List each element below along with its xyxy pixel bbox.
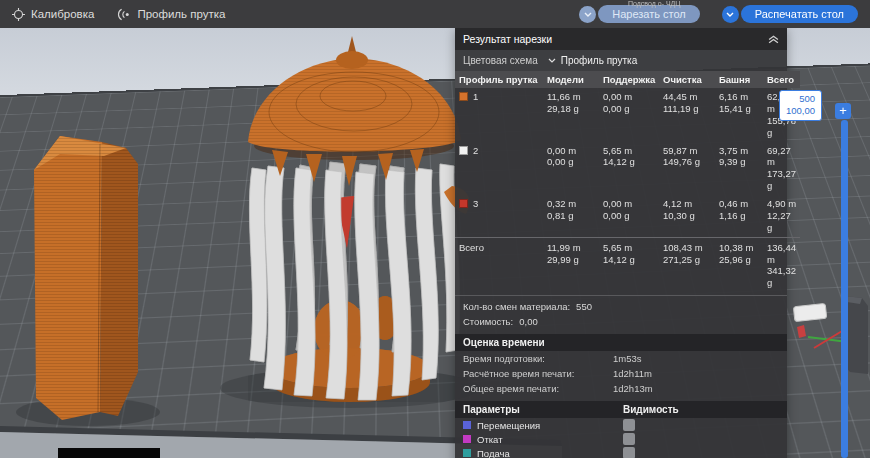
visibility-checkbox[interactable] (623, 419, 635, 431)
cell-tower: 0,46 m 1,16 g (715, 195, 763, 237)
params-label: Параметры (463, 404, 623, 415)
cell-flush: 4,12 m 10,30 g (659, 195, 715, 237)
slice-dropdown-button[interactable] (579, 6, 596, 23)
cell-total: 4,90 m 12,27 g (763, 195, 800, 237)
model-orange-tower[interactable] (34, 136, 138, 420)
column-header-flush: Очистка (659, 71, 715, 88)
origin-marker (797, 325, 806, 338)
filament-number: 2 (473, 145, 478, 157)
time-value: 1d2h13m (613, 383, 653, 394)
cost-value: 0,00 (519, 316, 538, 327)
cell-models: 11,66 m 29,18 g (543, 88, 599, 142)
total-row: Всего 11,99 m 29,99 g 5,65 m 14,12 g 108… (455, 237, 787, 293)
cell-flush: 59,87 m 149,76 g (659, 142, 715, 196)
legend-label: Откат (477, 434, 503, 445)
legend-label: Перемещения (477, 420, 540, 431)
layer-height: 100,00 (786, 105, 815, 117)
chevron-down-icon (726, 12, 734, 17)
filament-row-label: 2 (455, 142, 543, 196)
params-header: Параметры Видимость (455, 401, 787, 418)
visibility-label: Видимость (623, 404, 679, 415)
cost-row: Стоимость: 0,00 (455, 314, 787, 329)
filament-swatch (459, 92, 468, 101)
spool-icon (116, 8, 131, 21)
time-row-prepare: Время подготовки: 1m53s (455, 351, 787, 366)
total-label: Всего (455, 237, 543, 293)
material-changes-row: Кол-во смен материала: 550 (455, 295, 787, 314)
time-row-estimated: Расчётное время печати: 1d2h11m (455, 366, 787, 381)
layer-slider-track[interactable] (841, 120, 848, 458)
visibility-checkbox[interactable] (623, 433, 635, 445)
filament-number: 1 (473, 91, 478, 103)
time-label: Время подготовки: (463, 353, 613, 364)
column-header-tower: Башня (715, 71, 763, 88)
legend-row-travel: Перемещения (455, 418, 787, 432)
cell-flush: 44,45 m 111,19 g (659, 88, 715, 142)
time-value: 1d2h11m (613, 368, 652, 379)
visibility-checkbox[interactable] (623, 447, 635, 458)
material-changes-value: 550 (576, 301, 592, 312)
time-section-header: Оценка времени (455, 334, 787, 351)
panel-title: Результат нарезки (463, 33, 768, 45)
cell-tower: 3,75 m 9,39 g (715, 142, 763, 196)
filament-row-label: 3 (455, 195, 543, 237)
column-header-models: Модели (543, 71, 599, 88)
cost-label: Стоимость: (463, 316, 513, 327)
bottom-dark-strip (58, 448, 160, 458)
double-chevron-up-icon (768, 35, 779, 44)
legend-swatch (463, 421, 471, 429)
chevron-down-icon (584, 12, 592, 17)
time-value: 1m53s (613, 353, 642, 364)
model-main-object[interactable] (248, 36, 470, 402)
column-header-total: Всего (763, 71, 800, 88)
layer-slider-tooltip: 500 100,00 (779, 90, 822, 121)
legend-swatch (463, 449, 471, 457)
cell-support: 5,65 m 14,12 g (599, 237, 659, 293)
collapse-panel-button[interactable] (768, 35, 779, 44)
material-changes-label: Кол-во смен материала: (463, 301, 570, 312)
plus-icon: + (839, 103, 847, 118)
time-label: Общее время печати: (463, 383, 613, 394)
color-scheme-value: Профиль прутка (561, 55, 638, 66)
cell-tower: 6,16 m 15,41 g (715, 88, 763, 142)
calibration-label: Калибровка (31, 8, 94, 20)
legend-row-unretract: Подача (455, 446, 787, 458)
layer-slider-handle[interactable]: + (835, 103, 851, 119)
color-scheme-row: Цветовая схема Профиль прутка (455, 50, 787, 71)
panel-header: Результат нарезки (455, 28, 787, 50)
time-label: Расчётное время печати: (463, 368, 613, 379)
legend-swatch (463, 435, 471, 443)
cell-support: 0,00 m 0,00 g (599, 195, 659, 237)
legend-row-retract: Откат (455, 432, 787, 446)
chevron-down-icon (548, 58, 556, 63)
cell-models: 11,99 m 29,99 g (543, 237, 599, 293)
cell-tower: 10,38 m 25,96 g (715, 237, 763, 293)
cell-total: 69,27 m 173,27 g (763, 142, 800, 196)
column-header-support: Поддержка (599, 71, 659, 88)
window-title-fragment: Подсвод о- ЧДЦ (628, 0, 681, 8)
filament-swatch (459, 199, 468, 208)
cell-support: 0,00 m 0,00 g (599, 88, 659, 142)
prime-pad (793, 303, 826, 321)
legend-label: Подача (477, 448, 510, 458)
filament-profile-button[interactable]: Профиль прутка (116, 8, 225, 21)
print-dropdown-button[interactable] (722, 6, 739, 23)
time-row-total: Общее время печати: 1d2h13m (455, 381, 787, 396)
slice-result-panel: Результат нарезки Цветовая схема Профиль… (455, 28, 787, 458)
color-scheme-dropdown[interactable]: Профиль прутка (548, 55, 638, 66)
filament-row-label: 1 (455, 88, 543, 142)
top-toolbar: Калибровка Профиль прутка Подсвод о- ЧДЦ… (0, 0, 870, 28)
color-scheme-label: Цветовая схема (463, 55, 538, 66)
print-plate-button[interactable]: Распечатать стол (741, 5, 858, 23)
filament-profile-label: Профиль прутка (137, 8, 225, 20)
side-object[interactable] (845, 296, 868, 374)
calibration-button[interactable]: Калибровка (12, 8, 94, 21)
cell-total: 136,44 m 341,32 g (763, 237, 800, 293)
filament-number: 3 (473, 198, 478, 210)
filament-table: Профиль прутка Модели Поддержка Очистка … (455, 71, 787, 237)
calibration-icon (12, 8, 25, 21)
cell-support: 5,65 m 14,12 g (599, 142, 659, 196)
column-header-profile: Профиль прутка (455, 71, 543, 88)
layer-number: 500 (786, 93, 815, 105)
cell-flush: 108,43 m 271,25 g (659, 237, 715, 293)
